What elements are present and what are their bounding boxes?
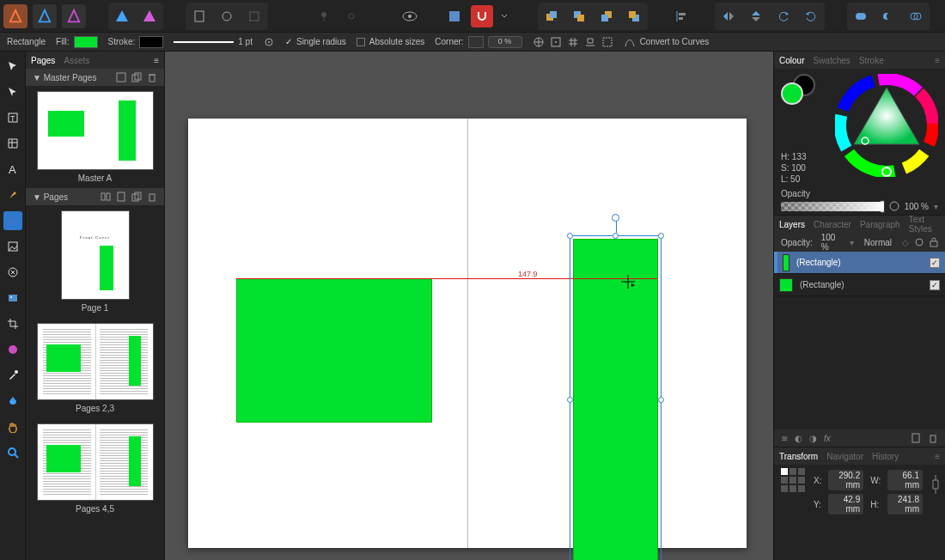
zoom-tool-icon[interactable]	[3, 443, 22, 462]
master-thumbnail[interactable]: Master A	[26, 86, 164, 188]
new-document-icon[interactable]	[188, 5, 210, 27]
tab-navigator[interactable]: Navigator	[826, 452, 863, 461]
grid-icon[interactable]	[567, 36, 579, 48]
handle-ml[interactable]	[567, 397, 573, 403]
align-geometry-icon[interactable]	[533, 36, 545, 48]
duplicate-master-icon[interactable]	[131, 72, 142, 82]
node-tool-icon[interactable]	[3, 82, 22, 101]
eyedropper-tool-icon[interactable]	[3, 366, 22, 385]
tab-colour[interactable]: Colour	[779, 56, 804, 65]
facing-pages-icon[interactable]	[101, 192, 111, 202]
tab-textstyles[interactable]: Text Styles	[909, 215, 932, 234]
stroke-swatch[interactable]	[139, 36, 163, 48]
lock-aspect-icon[interactable]	[931, 465, 945, 496]
place-image-tool-icon[interactable]	[3, 289, 22, 307]
arrange-front-icon[interactable]	[540, 5, 563, 27]
arrange-forward-icon[interactable]	[568, 5, 590, 27]
handle-mr[interactable]	[658, 397, 664, 403]
pen-tool-icon[interactable]	[3, 186, 22, 204]
persona-photo-icon[interactable]	[138, 5, 161, 27]
blend-mode-dropdown[interactable]: Normal	[864, 238, 892, 247]
layer-visible-checkbox[interactable]: ✓	[930, 258, 940, 268]
layers-stack-icon[interactable]: ≋	[781, 434, 788, 443]
snap-grid-icon[interactable]	[443, 5, 466, 27]
align-left-icon[interactable]	[670, 5, 692, 27]
colour-panel-menu-icon[interactable]: ≡	[935, 56, 940, 65]
vector-brush-tool-icon[interactable]	[3, 263, 22, 282]
y-field[interactable]: 42.9 mm	[828, 494, 863, 514]
w-field[interactable]: 66.1 mm	[887, 470, 923, 490]
tab-assets[interactable]: Assets	[64, 56, 89, 65]
persona-publisher-icon[interactable]	[111, 5, 133, 27]
duplicate-page-icon[interactable]	[131, 192, 142, 202]
rotate-cw-icon[interactable]	[800, 5, 822, 27]
show-bounds-icon[interactable]	[601, 36, 613, 48]
noise-toggle-icon[interactable]	[889, 201, 899, 211]
colour-wheel[interactable]	[835, 74, 938, 177]
rectangle-tool-icon[interactable]	[3, 211, 22, 230]
layer-row[interactable]: (Rectangle) ✓	[774, 252, 945, 274]
link-icon[interactable]	[340, 5, 363, 27]
x-field[interactable]: 290.2 mm	[828, 470, 863, 490]
app-designer-icon[interactable]	[33, 4, 57, 28]
frame-text-tool-icon[interactable]: T	[3, 108, 22, 127]
pin-icon[interactable]	[313, 5, 335, 27]
arrange-backward-icon[interactable]	[595, 5, 618, 27]
artistic-text-tool-icon[interactable]: A	[3, 160, 22, 179]
absolute-sizes-toggle[interactable]: Absolute sizes	[357, 37, 424, 46]
fill-swatch[interactable]	[74, 36, 98, 48]
fill-tool-icon[interactable]	[3, 340, 22, 359]
opacity-value[interactable]: 100 %	[905, 202, 929, 211]
fx-icon[interactable]: fx	[824, 434, 831, 443]
square-tool-icon[interactable]	[243, 5, 265, 27]
page-thumb-4-5[interactable]: Pages 4,5	[26, 418, 164, 519]
add-layer-icon[interactable]	[911, 433, 921, 443]
tab-stroke[interactable]: Stroke	[859, 56, 884, 65]
transform-origin-icon[interactable]	[550, 36, 562, 48]
tab-pages[interactable]: Pages	[31, 56, 55, 65]
tab-paragraph[interactable]: Paragraph	[860, 220, 900, 229]
layer-lock-icon[interactable]	[930, 237, 938, 247]
handle-tr[interactable]	[658, 233, 664, 239]
delete-page-icon[interactable]	[147, 192, 157, 202]
context-gear-icon[interactable]	[263, 36, 275, 48]
crop-tool-icon[interactable]	[3, 314, 22, 333]
single-radius-toggle[interactable]: ✓Single radius	[285, 37, 346, 46]
tab-transform[interactable]: Transform	[779, 452, 818, 461]
rectangle-shape-left[interactable]	[236, 278, 432, 423]
move-tool-icon[interactable]	[3, 57, 22, 76]
delete-layer-icon[interactable]	[928, 433, 938, 443]
app-publisher-icon[interactable]	[3, 4, 27, 28]
spread[interactable]: 147.9	[188, 119, 747, 548]
magnet-snap-icon[interactable]	[471, 5, 493, 27]
picture-frame-tool-icon[interactable]	[3, 237, 22, 256]
panel-menu-icon[interactable]: ≡	[154, 56, 159, 65]
corner-type-dropdown[interactable]	[468, 36, 484, 48]
layer-gear-icon[interactable]	[914, 237, 924, 247]
transform-panel-menu-icon[interactable]: ≡	[935, 452, 940, 461]
baseline-icon[interactable]	[584, 36, 596, 48]
add-master-icon[interactable]	[116, 72, 126, 82]
canvas[interactable]: 147.9	[165, 52, 773, 560]
convert-to-curves-button[interactable]: Convert to Curves	[624, 36, 710, 48]
pan-tool-icon[interactable]	[3, 417, 22, 436]
snap-options-dropdown-icon[interactable]	[498, 5, 510, 27]
corner-percent-field[interactable]: 0 %	[488, 36, 522, 48]
stroke-width-slider[interactable]	[174, 41, 234, 43]
h-field[interactable]: 241.8 mm	[887, 494, 923, 514]
tab-history[interactable]: History	[872, 452, 899, 461]
table-tool-icon[interactable]	[3, 134, 22, 153]
rotate-ccw-icon[interactable]	[772, 5, 795, 27]
circle-tool-icon[interactable]	[216, 5, 238, 27]
page-thumb-1[interactable]: Front Cover Page 1	[26, 205, 164, 318]
layer-opacity-value[interactable]: 100 %	[821, 233, 844, 252]
anchor-picker[interactable]	[781, 468, 805, 492]
boolean-add-icon[interactable]	[850, 5, 872, 27]
delete-master-icon[interactable]	[147, 72, 157, 82]
pages-section-header[interactable]: ▼ Pages	[26, 188, 164, 205]
adjustment-icon[interactable]: ◑	[809, 434, 817, 443]
flip-horizontal-icon[interactable]	[717, 5, 740, 27]
tab-character[interactable]: Character	[814, 220, 851, 229]
mask-icon[interactable]: ◐	[795, 434, 802, 443]
transparency-tool-icon[interactable]	[3, 392, 22, 411]
